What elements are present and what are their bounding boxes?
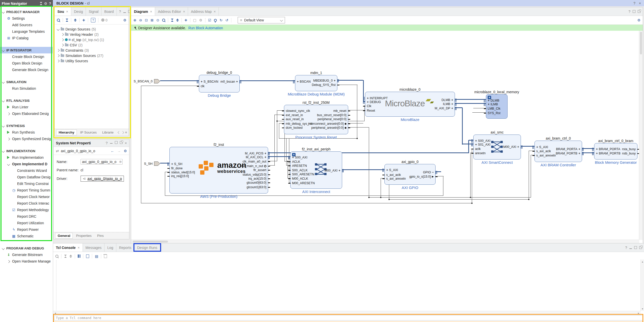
search-icon[interactable]	[162, 19, 165, 22]
tab-properties[interactable]: Properties	[74, 233, 94, 238]
maximize-icon[interactable]	[634, 246, 637, 249]
search-icon[interactable]	[57, 19, 60, 22]
close-tab-icon[interactable]: ×	[66, 10, 68, 14]
port-axi-gpio-0-gpio-io-o-15-0[interactable]: gpio_io_o[15:0]▶	[409, 175, 434, 179]
flow-item-ip-integrator[interactable]: IP INTEGRATOR	[0, 47, 53, 53]
forward-icon[interactable]: →	[117, 149, 121, 153]
port-f2-inst-axi-periph-m00-axi[interactable]: M00_AXI+	[325, 169, 340, 173]
flow-item-program-and-debug[interactable]: PROGRAM AND DEBUG	[0, 245, 53, 251]
flow-item-open-block-design[interactable]: Open Block Design	[0, 60, 53, 67]
port-microblaze-0-local-memory-lmb-clk[interactable]: LMB_Clk	[488, 107, 500, 111]
port-rst-f2-inst-250m-interconnect-aresetn-0-0[interactable]: interconnect_aresetn[0:0]	[308, 122, 346, 126]
diagram-vertical-scrollbar[interactable]	[639, 31, 643, 240]
close-tab-icon[interactable]: ×	[214, 10, 216, 14]
maximize-icon[interactable]	[128, 10, 131, 13]
scroll-right-icon[interactable]: ▸	[638, 312, 639, 314]
tcl-console-output[interactable]	[53, 260, 641, 311]
port-mdm-1-bscan[interactable]: +BSCAN	[297, 80, 311, 84]
port-rst-f2-inst-250m-slowest-sync-clk[interactable]: slowest_sync_clk	[286, 109, 310, 113]
flow-item-open-synthesized-desig[interactable]: Open Synthesized Desig	[0, 136, 53, 142]
close-tab-icon[interactable]: ×	[183, 10, 185, 14]
port-f2-inst-flr-done[interactable]: flr_done	[171, 166, 183, 170]
port-rst-f2-inst-250m-mb-reset[interactable]: mb_reset	[333, 109, 346, 113]
flow-item-open-dataflow-desig[interactable]: Open Dataflow Desig	[0, 174, 53, 180]
scroll-down-icon[interactable]: ▾	[641, 307, 644, 310]
port-f2-inst-axi-periph-s00-axi[interactable]: +S00_AXI	[292, 155, 307, 159]
tree-item-constraints[interactable]: Constraints(3)	[55, 48, 129, 53]
net-wire[interactable]	[472, 112, 486, 113]
flow-item-open-elaborated-desig[interactable]: Open Elaborated Desig	[0, 110, 53, 117]
expand-port-icon[interactable]: +	[297, 80, 299, 84]
diagram-canvas[interactable]: S_BSCAN_0S_SHdebug_bridge_0Debug Bridge+…	[131, 31, 639, 240]
regenerate-layout-icon[interactable]: ↺	[225, 18, 228, 22]
minimize-icon[interactable]	[123, 12, 126, 13]
net-wire[interactable]	[277, 110, 277, 161]
flow-item-report-utilization[interactable]: Report Utilization	[0, 220, 53, 226]
port-microblaze-0-reset[interactable]: Reset	[367, 109, 375, 113]
tree-item-csv[interactable]: CSV(2)	[55, 42, 129, 48]
port-microblaze-0-m-axi-dp[interactable]: M_AXI_DP+	[435, 106, 453, 110]
chevron-right-icon[interactable]	[57, 59, 59, 62]
block-axi-smc[interactable]: axi_smcAXI SmartConnect+S00_AXI+S01_AXIa…	[473, 135, 521, 159]
gear-icon[interactable]: ⚙	[124, 149, 127, 153]
float-icon[interactable]	[639, 246, 642, 249]
port-debug-bridge-0-m0-bscan[interactable]: m0_bscan+	[221, 80, 238, 84]
run-block-automation-link[interactable]: Run Block Automation	[188, 26, 223, 30]
net-wire[interactable]	[286, 138, 287, 166]
expand-port-icon[interactable]: +	[334, 79, 336, 83]
port-microblaze-0-local-memory-sys-rst[interactable]: SYS_Rst	[488, 111, 500, 115]
float-icon[interactable]	[120, 141, 123, 144]
port-debug-bridge-0-s-bscan[interactable]: +S_BSCAN	[201, 80, 218, 84]
help-icon[interactable]: ?	[625, 246, 627, 250]
tab-pins[interactable]: Pins	[95, 233, 106, 238]
tab-address-map[interactable]: Address Map×	[188, 7, 219, 16]
expand-port-icon[interactable]: +	[596, 147, 598, 151]
add-sources-icon[interactable]: +	[82, 18, 85, 22]
expand-all-icon[interactable]	[176, 19, 179, 22]
scroll-left-icon[interactable]	[118, 131, 120, 134]
port-debug-bridge-0-clk[interactable]: clk	[201, 84, 204, 88]
expand-port-icon[interactable]: +	[367, 96, 369, 100]
external-port-s-bscan-0[interactable]	[154, 79, 160, 83]
scroll-up-icon[interactable]: ▴	[641, 260, 644, 263]
net-wire[interactable]	[472, 149, 472, 203]
maximize-icon[interactable]	[115, 141, 118, 144]
port-f2-inst-axi-periph-m00-aresetn[interactable]: M00_ARESETN	[292, 181, 315, 185]
zoom-in-icon[interactable]: ⊕	[133, 18, 136, 22]
net-wire[interactable]	[269, 165, 275, 166]
port-axi-bram-ctrl-0-bram-portb[interactable]: BRAM_PORTB+	[556, 151, 581, 155]
net-wire[interactable]	[165, 172, 165, 196]
menu-icon[interactable]: ≡	[125, 131, 127, 134]
chevron-right-icon[interactable]	[61, 33, 64, 36]
tab-sources[interactable]: Sou×	[55, 7, 71, 16]
help-icon[interactable]: ?	[49, 2, 51, 6]
port-f2-inst-m-axi-pcis[interactable]: M_AXI_PCIS+	[245, 151, 266, 155]
select-area-icon[interactable]: ⊠	[151, 18, 154, 22]
expand-port-icon[interactable]: +	[264, 155, 266, 159]
tab-messages[interactable]: Messages	[83, 243, 105, 252]
minimize-icon[interactable]	[629, 248, 632, 249]
expand-port-icon[interactable]: +	[578, 147, 580, 151]
net-wire[interactable]	[337, 80, 363, 81]
expand-port-icon[interactable]: +	[451, 102, 453, 106]
port-rst-f2-inst-250m-bus-struct-reset-0-0[interactable]: bus_struct_reset[0:0]	[317, 113, 346, 117]
flow-item-report-timing-summ[interactable]: ◷Report Timing Summ	[0, 187, 53, 194]
expand-port-icon[interactable]: +	[386, 168, 388, 172]
port-axi-gpio-0-gpio[interactable]: GPIO−	[423, 170, 434, 174]
expand-port-icon[interactable]: +	[475, 143, 477, 147]
expand-port-icon[interactable]: −	[432, 170, 434, 174]
tab-board[interactable]: Board	[101, 7, 117, 16]
net-wire[interactable]	[141, 86, 141, 203]
chevron-right-icon[interactable]	[61, 44, 64, 46]
port-rst-f2-inst-250m-aux-reset-in[interactable]: aux_reset_in	[286, 117, 304, 121]
tab-tcl-console[interactable]: Tcl Console×	[53, 243, 83, 252]
net-wire[interactable]	[160, 80, 199, 81]
port-mdm-1-debug-sys-rst[interactable]: Debug_SYS_Rst	[312, 83, 336, 87]
flow-item-report-power[interactable]: ϟReport Power	[0, 226, 53, 233]
net-wire[interactable]	[443, 176, 443, 196]
port-axi-bram-ctrl-0-bram-bram-porta[interactable]: +BRAM_PORTA	[596, 147, 620, 151]
help-icon[interactable]: ?	[628, 10, 630, 14]
diagram-settings-gear-icon[interactable]: ⚙	[637, 18, 640, 22]
port-rst-f2-inst-250m-peripheral-aresetn-0-0[interactable]: peripheral_aresetn[0:0]	[311, 126, 346, 130]
port-rst-f2-inst-250m-ext-reset-in[interactable]: ext_reset_in	[286, 113, 303, 117]
